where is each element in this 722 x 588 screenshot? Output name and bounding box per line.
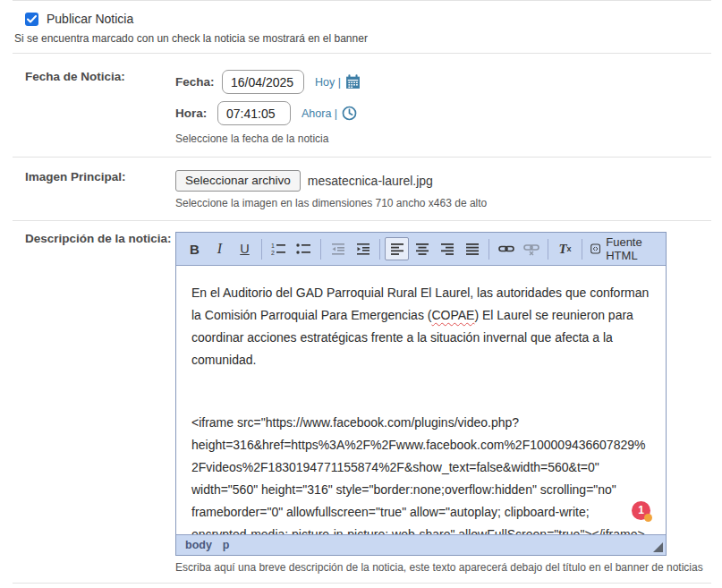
publish-checkbox-label[interactable]: Publicar Noticia xyxy=(47,12,133,26)
date-section-label: Fecha de Noticia: xyxy=(0,70,175,83)
toolbar-separator xyxy=(548,239,548,260)
grammar-badge-count: 1 xyxy=(638,499,644,522)
align-right-icon xyxy=(440,242,454,256)
editor-resize-handle[interactable] xyxy=(653,542,663,552)
grammar-assistant-badge[interactable]: 1 xyxy=(632,501,650,520)
description-section-label: Descripción de la noticia: xyxy=(0,232,175,245)
toolbar-separator xyxy=(379,239,380,260)
date-field-label: Fecha: xyxy=(175,75,222,89)
image-section-label: Imagen Principal: xyxy=(0,170,175,183)
remove-format-button[interactable]: Tx xyxy=(553,237,577,260)
link-icon xyxy=(498,242,514,256)
now-link[interactable]: Ahora | xyxy=(302,106,357,121)
bullet-list-icon xyxy=(296,242,311,256)
indent-icon xyxy=(356,242,370,256)
align-center-button[interactable] xyxy=(410,237,434,260)
grammar-badge-dot xyxy=(644,514,652,522)
select-file-button[interactable]: Seleccionar archivo xyxy=(175,170,301,192)
unlink-icon xyxy=(523,242,539,256)
date-input[interactable] xyxy=(222,70,304,94)
element-path-body[interactable]: body xyxy=(185,539,212,551)
image-section: Imagen Principal: Seleccionar archivo me… xyxy=(0,158,722,220)
svg-text:2: 2 xyxy=(271,250,275,256)
align-right-button[interactable] xyxy=(435,237,459,260)
source-button-label: Fuente HTML xyxy=(606,235,656,262)
outdent-icon xyxy=(331,242,345,256)
calendar-icon[interactable] xyxy=(345,74,361,89)
outdent-button[interactable] xyxy=(326,237,350,260)
align-justify-button[interactable] xyxy=(460,237,484,260)
clock-icon[interactable] xyxy=(342,106,357,121)
bold-button[interactable]: B xyxy=(183,237,207,260)
publish-help-text: Si se encuentra marcado con un check la … xyxy=(14,32,722,45)
publish-section: Publicar Noticia Si se encuentra marcado… xyxy=(0,1,722,53)
misspelled-word: COPAE xyxy=(431,308,474,322)
link-button[interactable] xyxy=(494,237,518,260)
align-justify-icon xyxy=(465,242,480,256)
description-section: Descripción de la noticia: B I U 1 2 xyxy=(0,221,722,583)
editor-paragraph-2: <iframe src="https://www.facebook.com/pl… xyxy=(191,412,650,534)
italic-button[interactable]: I xyxy=(208,237,232,260)
unlink-button[interactable] xyxy=(519,237,543,260)
align-center-icon xyxy=(415,242,429,256)
toolbar-separator xyxy=(582,239,582,260)
time-field-label: Hora: xyxy=(175,107,222,120)
selected-filename: mesatecnica-laurel.jpg xyxy=(308,174,433,188)
source-button[interactable]: Fuente HTML xyxy=(587,237,659,260)
description-help-text: Escriba aquí una breve descripción de la… xyxy=(175,561,722,574)
divider-bottom xyxy=(13,583,711,584)
publish-checkbox[interactable] xyxy=(25,13,38,26)
editor-toolbar: B I U 1 2 xyxy=(176,233,666,266)
date-section: Fecha de Noticia: Fecha: Hoy | xyxy=(0,54,722,157)
date-help-text: Seleccione la fecha de la noticia xyxy=(175,132,722,145)
rich-text-editor: B I U 1 2 xyxy=(175,232,667,556)
numbered-list-icon: 1 2 xyxy=(271,242,286,256)
underline-button[interactable]: U xyxy=(233,237,257,260)
time-input[interactable] xyxy=(217,101,291,125)
bullet-list-button[interactable] xyxy=(292,237,316,260)
editor-content-area[interactable]: En el Auditorio del GAD Parroquial Rural… xyxy=(176,266,666,534)
checkmark-icon xyxy=(27,15,37,23)
editor-status-bar: body p xyxy=(176,534,666,555)
toolbar-separator xyxy=(320,239,321,260)
toolbar-separator xyxy=(261,239,262,260)
align-left-icon xyxy=(390,242,404,256)
svg-text:1: 1 xyxy=(271,243,275,249)
editor-paragraph-1: En el Auditorio del GAD Parroquial Rural… xyxy=(191,282,650,371)
numbered-list-button[interactable]: 1 2 xyxy=(267,237,291,260)
element-path-p[interactable]: p xyxy=(223,539,230,551)
indent-button[interactable] xyxy=(351,237,375,260)
toolbar-separator xyxy=(488,239,489,260)
image-help-text: Seleccione la imagen en las dimensiones … xyxy=(175,197,722,209)
align-left-button[interactable] xyxy=(385,237,409,260)
today-link[interactable]: Hoy | xyxy=(315,74,361,89)
source-code-icon xyxy=(590,242,600,256)
